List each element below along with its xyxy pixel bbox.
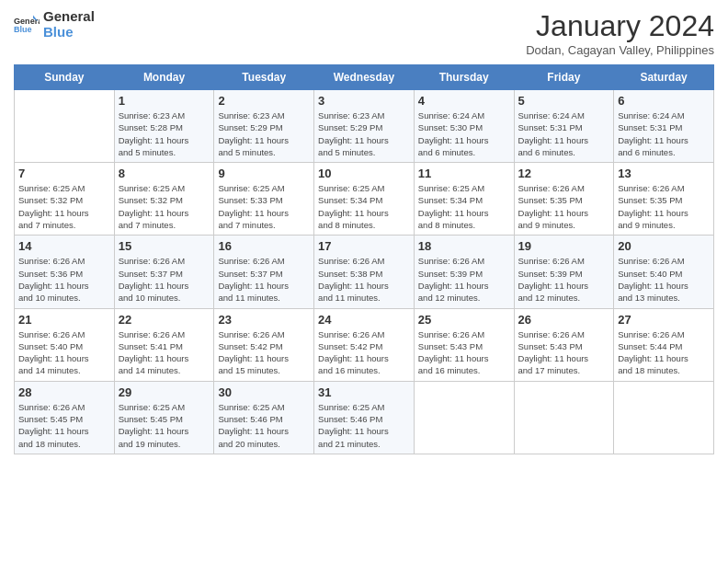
- week-row-1: 1Sunrise: 6:23 AM Sunset: 5:28 PM Daylig…: [15, 90, 714, 163]
- day-info: Sunrise: 6:26 AM Sunset: 5:36 PM Dayligh…: [18, 255, 110, 304]
- day-number: 6: [618, 94, 710, 108]
- calendar-cell: 16Sunrise: 6:26 AM Sunset: 5:37 PM Dayli…: [214, 236, 314, 308]
- day-info: Sunrise: 6:25 AM Sunset: 5:32 PM Dayligh…: [18, 182, 110, 231]
- day-number: 3: [318, 94, 410, 108]
- svg-text:General: General: [14, 16, 40, 25]
- svg-text:Blue: Blue: [14, 25, 32, 34]
- calendar-cell: 19Sunrise: 6:26 AM Sunset: 5:39 PM Dayli…: [514, 236, 614, 308]
- header-thursday: Thursday: [414, 65, 514, 90]
- header-monday: Monday: [114, 65, 214, 90]
- day-info: Sunrise: 6:26 AM Sunset: 5:35 PM Dayligh…: [618, 182, 710, 231]
- day-number: 22: [119, 313, 210, 327]
- calendar-cell: [614, 381, 714, 454]
- page-header: General Blue General Blue January 2024 D…: [14, 9, 714, 57]
- day-number: 12: [518, 167, 610, 180]
- day-number: 21: [18, 313, 110, 327]
- calendar-cell: 29Sunrise: 6:25 AM Sunset: 5:45 PM Dayli…: [114, 381, 214, 454]
- day-number: 14: [18, 239, 110, 253]
- day-number: 31: [318, 385, 410, 399]
- calendar-cell: 17Sunrise: 6:26 AM Sunset: 5:38 PM Dayli…: [314, 236, 415, 308]
- day-info: Sunrise: 6:26 AM Sunset: 5:45 PM Dayligh…: [18, 401, 110, 450]
- week-row-5: 28Sunrise: 6:26 AM Sunset: 5:45 PM Dayli…: [15, 381, 714, 454]
- day-info: Sunrise: 6:24 AM Sunset: 5:30 PM Dayligh…: [418, 109, 510, 158]
- day-number: 8: [119, 167, 210, 180]
- day-info: Sunrise: 6:24 AM Sunset: 5:31 PM Dayligh…: [618, 109, 710, 158]
- day-info: Sunrise: 6:26 AM Sunset: 5:43 PM Dayligh…: [418, 328, 510, 377]
- calendar-cell: 1Sunrise: 6:23 AM Sunset: 5:28 PM Daylig…: [114, 90, 214, 163]
- title-block: January 2024 Dodan, Cagayan Valley, Phil…: [526, 9, 714, 57]
- header-sunday: Sunday: [15, 65, 115, 90]
- day-info: Sunrise: 6:26 AM Sunset: 5:39 PM Dayligh…: [418, 255, 510, 304]
- day-info: Sunrise: 6:26 AM Sunset: 5:40 PM Dayligh…: [618, 255, 710, 304]
- day-info: Sunrise: 6:25 AM Sunset: 5:46 PM Dayligh…: [318, 401, 410, 450]
- day-info: Sunrise: 6:26 AM Sunset: 5:42 PM Dayligh…: [218, 328, 310, 377]
- day-info: Sunrise: 6:26 AM Sunset: 5:37 PM Dayligh…: [119, 255, 210, 304]
- calendar-cell: 15Sunrise: 6:26 AM Sunset: 5:37 PM Dayli…: [114, 236, 214, 308]
- day-number: 29: [119, 385, 210, 399]
- day-number: 1: [119, 94, 210, 108]
- day-number: 26: [518, 313, 610, 327]
- day-number: 17: [318, 239, 410, 253]
- day-info: Sunrise: 6:26 AM Sunset: 5:44 PM Dayligh…: [618, 328, 710, 377]
- calendar-cell: 9Sunrise: 6:25 AM Sunset: 5:33 PM Daylig…: [214, 163, 314, 236]
- calendar-cell: 25Sunrise: 6:26 AM Sunset: 5:43 PM Dayli…: [414, 308, 514, 381]
- calendar-cell: 24Sunrise: 6:26 AM Sunset: 5:42 PM Dayli…: [314, 308, 415, 381]
- day-info: Sunrise: 6:25 AM Sunset: 5:45 PM Dayligh…: [119, 401, 210, 450]
- day-info: Sunrise: 6:26 AM Sunset: 5:39 PM Dayligh…: [518, 255, 610, 304]
- day-info: Sunrise: 6:26 AM Sunset: 5:42 PM Dayligh…: [318, 328, 410, 377]
- day-info: Sunrise: 6:24 AM Sunset: 5:31 PM Dayligh…: [518, 109, 610, 158]
- week-row-2: 7Sunrise: 6:25 AM Sunset: 5:32 PM Daylig…: [15, 163, 714, 236]
- calendar-cell: 26Sunrise: 6:26 AM Sunset: 5:43 PM Dayli…: [514, 308, 614, 381]
- calendar-header-row: SundayMondayTuesdayWednesdayThursdayFrid…: [15, 65, 714, 90]
- header-tuesday: Tuesday: [214, 65, 314, 90]
- calendar-cell: [15, 90, 115, 163]
- calendar-table: SundayMondayTuesdayWednesdayThursdayFrid…: [14, 64, 714, 454]
- day-info: Sunrise: 6:26 AM Sunset: 5:37 PM Dayligh…: [218, 255, 310, 304]
- day-number: 18: [418, 239, 510, 253]
- day-info: Sunrise: 6:26 AM Sunset: 5:38 PM Dayligh…: [318, 255, 410, 304]
- day-info: Sunrise: 6:26 AM Sunset: 5:41 PM Dayligh…: [119, 328, 210, 377]
- day-number: 2: [218, 94, 310, 108]
- calendar-cell: 21Sunrise: 6:26 AM Sunset: 5:40 PM Dayli…: [15, 308, 115, 381]
- calendar-cell: 10Sunrise: 6:25 AM Sunset: 5:34 PM Dayli…: [314, 163, 415, 236]
- day-number: 27: [618, 313, 710, 327]
- day-info: Sunrise: 6:25 AM Sunset: 5:34 PM Dayligh…: [318, 182, 410, 231]
- location-subtitle: Dodan, Cagayan Valley, Philippines: [526, 43, 714, 57]
- header-friday: Friday: [514, 65, 614, 90]
- day-info: Sunrise: 6:26 AM Sunset: 5:35 PM Dayligh…: [518, 182, 610, 231]
- calendar-cell: 2Sunrise: 6:23 AM Sunset: 5:29 PM Daylig…: [214, 90, 314, 163]
- calendar-cell: 6Sunrise: 6:24 AM Sunset: 5:31 PM Daylig…: [614, 90, 714, 163]
- calendar-cell: 11Sunrise: 6:25 AM Sunset: 5:34 PM Dayli…: [414, 163, 514, 236]
- header-wednesday: Wednesday: [314, 65, 415, 90]
- day-info: Sunrise: 6:25 AM Sunset: 5:33 PM Dayligh…: [218, 182, 310, 231]
- calendar-cell: 30Sunrise: 6:25 AM Sunset: 5:46 PM Dayli…: [214, 381, 314, 454]
- day-number: 23: [218, 313, 310, 327]
- calendar-cell: 28Sunrise: 6:26 AM Sunset: 5:45 PM Dayli…: [15, 381, 115, 454]
- day-info: Sunrise: 6:23 AM Sunset: 5:28 PM Dayligh…: [119, 109, 210, 158]
- logo-line2: Blue: [43, 25, 95, 40]
- day-number: 19: [518, 239, 610, 253]
- day-info: Sunrise: 6:26 AM Sunset: 5:40 PM Dayligh…: [18, 328, 110, 377]
- week-row-4: 21Sunrise: 6:26 AM Sunset: 5:40 PM Dayli…: [15, 308, 714, 381]
- calendar-cell: 18Sunrise: 6:26 AM Sunset: 5:39 PM Dayli…: [414, 236, 514, 308]
- calendar-cell: 22Sunrise: 6:26 AM Sunset: 5:41 PM Dayli…: [114, 308, 214, 381]
- day-info: Sunrise: 6:25 AM Sunset: 5:46 PM Dayligh…: [218, 401, 310, 450]
- day-number: 10: [318, 167, 410, 180]
- day-number: 20: [618, 239, 710, 253]
- calendar-cell: [514, 381, 614, 454]
- day-info: Sunrise: 6:25 AM Sunset: 5:32 PM Dayligh…: [119, 182, 210, 231]
- day-number: 16: [218, 239, 310, 253]
- calendar-cell: 4Sunrise: 6:24 AM Sunset: 5:30 PM Daylig…: [414, 90, 514, 163]
- day-number: 7: [18, 167, 110, 180]
- header-saturday: Saturday: [614, 65, 714, 90]
- calendar-cell: 23Sunrise: 6:26 AM Sunset: 5:42 PM Dayli…: [214, 308, 314, 381]
- day-number: 24: [318, 313, 410, 327]
- calendar-cell: 13Sunrise: 6:26 AM Sunset: 5:35 PM Dayli…: [614, 163, 714, 236]
- calendar-cell: 31Sunrise: 6:25 AM Sunset: 5:46 PM Dayli…: [314, 381, 415, 454]
- day-number: 28: [18, 385, 110, 399]
- day-info: Sunrise: 6:25 AM Sunset: 5:34 PM Dayligh…: [418, 182, 510, 231]
- calendar-cell: 27Sunrise: 6:26 AM Sunset: 5:44 PM Dayli…: [614, 308, 714, 381]
- calendar-cell: 5Sunrise: 6:24 AM Sunset: 5:31 PM Daylig…: [514, 90, 614, 163]
- day-info: Sunrise: 6:26 AM Sunset: 5:43 PM Dayligh…: [518, 328, 610, 377]
- calendar-cell: 8Sunrise: 6:25 AM Sunset: 5:32 PM Daylig…: [114, 163, 214, 236]
